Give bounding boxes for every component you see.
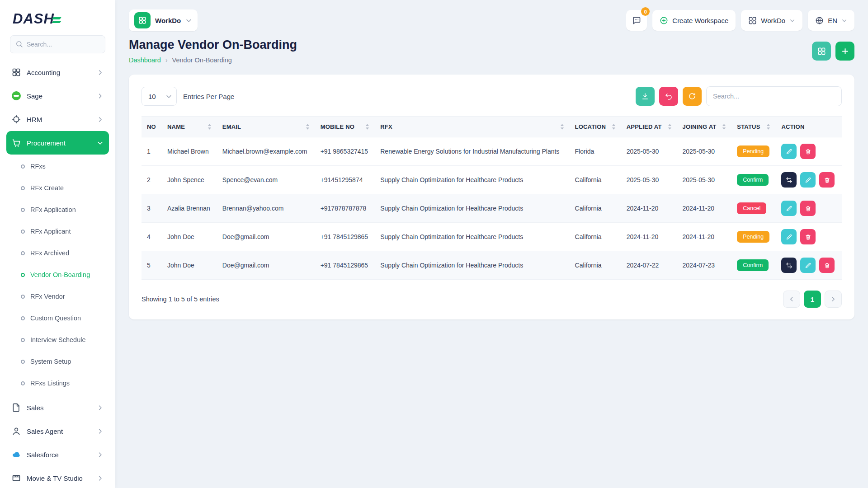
reload-button[interactable] — [683, 87, 702, 106]
sidebar: DASH Accounting Sage HRM Procurement RFx… — [0, 0, 115, 488]
language-dropdown[interactable]: EN — [808, 10, 854, 31]
chevron-left-icon — [788, 296, 795, 302]
entries-per-page-select[interactable]: 10 — [142, 87, 177, 106]
sidebar-item-sales-agent[interactable]: Sales Agent — [6, 419, 109, 443]
delete-button[interactable] — [819, 172, 835, 188]
breadcrumb-dashboard-link[interactable]: Dashboard — [129, 56, 161, 64]
column-header-joining-at[interactable]: JOINING AT — [677, 117, 732, 137]
column-header-no[interactable]: NO — [142, 117, 162, 137]
column-header-name[interactable]: NAME — [162, 117, 217, 137]
edit-button[interactable] — [781, 201, 797, 216]
sidebar-item-hrm[interactable]: HRM — [6, 108, 109, 131]
sidebar-subitem-rfx-application[interactable]: RFx Application — [6, 199, 109, 221]
reset-button[interactable] — [659, 87, 678, 106]
cell-joining-at: 2025-05-30 — [677, 137, 732, 166]
sidebar-subitem-system-setup[interactable]: System Setup — [6, 351, 109, 372]
cell-applied-at: 2024-11-20 — [621, 194, 677, 223]
swap-status-button[interactable] — [781, 258, 797, 273]
column-header-email[interactable]: EMAIL — [217, 117, 315, 137]
pagination-prev-button[interactable] — [783, 291, 800, 308]
add-vendor-button[interactable] — [835, 42, 854, 61]
circle-icon — [21, 360, 25, 364]
sidebar-subitem-rfx-create[interactable]: RFx Create — [6, 177, 109, 199]
column-header-status[interactable]: STATUS — [731, 117, 776, 137]
column-header-location[interactable]: LOCATION — [570, 117, 621, 137]
edit-button[interactable] — [800, 258, 816, 273]
sidebar-item-accounting[interactable]: Accounting — [6, 61, 109, 84]
sidebar-item-sales[interactable]: Sales — [6, 396, 109, 419]
delete-button[interactable] — [800, 201, 816, 216]
cell-name: John Doe — [162, 251, 217, 280]
messages-button[interactable]: 0 — [626, 10, 647, 31]
edit-button[interactable] — [800, 172, 816, 188]
breadcrumb: Dashboard › Vendor On-Boarding — [129, 56, 297, 64]
sidebar-subitem-rfxs[interactable]: RFxs — [6, 155, 109, 177]
column-header-rfx[interactable]: RFX — [375, 117, 569, 137]
cell-joining-at: 2024-07-23 — [677, 251, 732, 280]
vendor-table-card: 10 Entries Per Page NO NAME EMAIL MOB — [129, 75, 854, 319]
sidebar-subitem-rfx-applicant[interactable]: RFx Applicant — [6, 221, 109, 242]
circle-icon — [21, 230, 25, 234]
export-button[interactable] — [636, 87, 655, 106]
pagination-next-button[interactable] — [825, 291, 842, 308]
row-actions — [781, 258, 836, 273]
status-badge: Cancel — [737, 202, 766, 214]
sidebar-subitem-custom-question[interactable]: Custom Question — [6, 307, 109, 329]
create-workspace-button[interactable]: Create Workspace — [652, 10, 736, 31]
chevron-right-icon — [97, 93, 104, 99]
sidebar-nav: Accounting Sage HRM Procurement RFxs RFx… — [0, 59, 115, 488]
procurement-submenu: RFxs RFx Create RFx Application RFx Appl… — [6, 155, 109, 396]
workspace-selector[interactable]: WorkDo — [129, 9, 198, 31]
sidebar-item-sage[interactable]: Sage — [6, 84, 109, 108]
column-label: NO — [147, 123, 156, 130]
grid-icon — [12, 68, 21, 77]
sidebar-item-movie-tv-studio[interactable]: Movie & TV Studio — [6, 466, 109, 488]
delete-button[interactable] — [800, 144, 816, 159]
delete-button[interactable] — [819, 258, 835, 273]
subitem-label: RFx Vendor — [30, 293, 65, 300]
sidebar-item-procurement[interactable]: Procurement — [6, 131, 109, 155]
chevron-right-icon — [97, 451, 104, 458]
cell-location: California — [570, 251, 621, 280]
refresh-icon — [688, 92, 696, 100]
apps-dropdown[interactable]: WorkDo — [741, 10, 802, 31]
brand-logo[interactable]: DASH — [0, 0, 115, 35]
chevron-right-icon — [97, 428, 104, 435]
sort-icon — [560, 124, 564, 130]
edit-button[interactable] — [781, 144, 797, 159]
delete-button[interactable] — [800, 229, 816, 244]
subitem-label: Interview Schedule — [30, 336, 86, 343]
cell-name: John Doe — [162, 223, 217, 251]
trash-icon — [824, 177, 830, 183]
salesforce-cloud-icon — [12, 450, 21, 459]
column-label: EMAIL — [222, 123, 241, 130]
table-search-input[interactable] — [706, 86, 842, 106]
sidebar-subitem-interview-schedule[interactable]: Interview Schedule — [6, 329, 109, 351]
chevron-down-icon — [841, 18, 847, 23]
swap-status-button[interactable] — [781, 172, 797, 188]
pagination-page-button[interactable]: 1 — [804, 291, 821, 308]
edit-button[interactable] — [781, 229, 797, 244]
cell-location: Florida — [570, 137, 621, 166]
subitem-label: RFxs Listings — [30, 380, 70, 387]
sidebar-item-label: Procurement — [27, 139, 91, 147]
sidebar-search — [10, 35, 105, 53]
cell-no: 3 — [142, 194, 162, 223]
subitem-label: RFx Applicant — [30, 228, 71, 235]
workspace-selector-label: WorkDo — [155, 17, 181, 24]
sidebar-search-input[interactable] — [10, 35, 105, 53]
cell-no: 2 — [142, 166, 162, 194]
cell-applied-at: 2025-05-30 — [621, 137, 677, 166]
sidebar-subitem-rfx-vendor[interactable]: RFx Vendor — [6, 286, 109, 307]
create-workspace-label: Create Workspace — [672, 17, 728, 24]
sidebar-subitem-rfxs-listings[interactable]: RFxs Listings — [6, 372, 109, 394]
sidebar-subitem-vendor-on-boarding[interactable]: Vendor On-Boarding — [6, 264, 109, 286]
breadcrumb-current: Vendor On-Boarding — [172, 56, 232, 64]
grid-view-button[interactable] — [812, 42, 831, 61]
sidebar-subitem-rfx-archived[interactable]: RFx Archived — [6, 242, 109, 264]
column-header-applied-at[interactable]: APPLIED AT — [621, 117, 677, 137]
cell-name: Azalia Brennan — [162, 194, 217, 223]
workspace-app-icon — [134, 12, 151, 28]
sidebar-item-salesforce[interactable]: Salesforce — [6, 443, 109, 466]
column-header-mobile[interactable]: MOBILE NO — [315, 117, 375, 137]
